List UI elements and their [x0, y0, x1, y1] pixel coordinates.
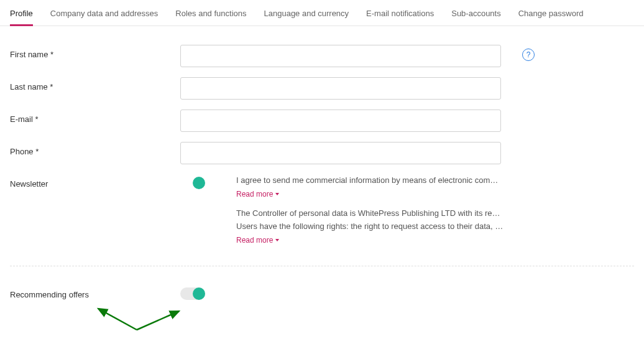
email-label: E-mail * — [10, 110, 180, 124]
phone-label: Phone * — [10, 142, 180, 156]
first-name-label: First name * — [10, 45, 180, 59]
row-email: E-mail * — [10, 110, 634, 132]
tab-email-notifications[interactable]: E-mail notifications — [366, 0, 434, 26]
recommending-toggle[interactable] — [180, 287, 205, 300]
newsletter-label: Newsletter — [10, 174, 180, 189]
controller-text-2: Users have the following rights: the rig… — [236, 220, 504, 233]
svg-line-0 — [98, 309, 137, 330]
controller-text-1: The Controller of personal data is White… — [236, 207, 504, 220]
settings-tabs: Profile Company data and addresses Roles… — [0, 0, 644, 26]
profile-form: First name * ? Last name * E-mail * Phon… — [0, 26, 644, 253]
tab-sub-accounts[interactable]: Sub-accounts — [451, 0, 501, 26]
newsletter-read-more-2[interactable]: Read more — [236, 236, 279, 245]
newsletter-consent-text: I agree to send me commercial informatio… — [236, 174, 504, 187]
chevron-down-icon — [275, 193, 279, 195]
tab-language-currency[interactable]: Language and currency — [264, 0, 349, 26]
tab-profile[interactable]: Profile — [10, 0, 33, 26]
read-more-label: Read more — [236, 190, 273, 199]
toggle-knob — [193, 287, 205, 300]
annotation-arrows — [87, 305, 199, 336]
email-input[interactable] — [180, 110, 501, 132]
phone-input[interactable] — [180, 142, 501, 164]
row-newsletter: Newsletter I agree to send me commercial… — [10, 174, 634, 253]
tab-change-password[interactable]: Change password — [518, 0, 584, 26]
tab-roles[interactable]: Roles and functions — [175, 0, 246, 26]
toggle-knob — [193, 177, 205, 189]
first-name-input[interactable] — [180, 45, 501, 67]
row-recommending: Recommending offers — [10, 285, 634, 302]
row-first-name: First name * ? — [10, 45, 634, 67]
tab-company-data[interactable]: Company data and addresses — [50, 0, 158, 26]
section-divider — [10, 266, 634, 266]
read-more-label-2: Read more — [236, 236, 273, 245]
row-phone: Phone * — [10, 142, 634, 164]
help-icon[interactable]: ? — [522, 49, 535, 61]
last-name-input[interactable] — [180, 77, 501, 100]
recommending-label: Recommending offers — [10, 285, 180, 299]
row-last-name: Last name * — [10, 77, 634, 100]
newsletter-read-more-1[interactable]: Read more — [236, 190, 279, 199]
recommending-section: Recommending offers — [0, 285, 644, 302]
last-name-label: Last name * — [10, 77, 180, 91]
svg-line-1 — [137, 311, 179, 330]
chevron-down-icon — [275, 239, 279, 241]
